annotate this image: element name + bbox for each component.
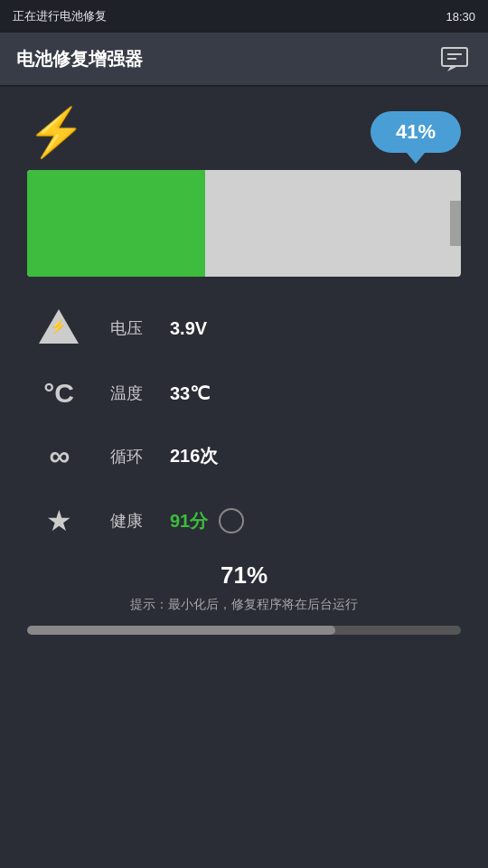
- temperature-value: 33℃: [170, 382, 210, 404]
- voltage-icon-cell: [27, 309, 90, 347]
- repair-hint: 提示：最小化后，修复程序将在后台运行: [27, 597, 461, 613]
- lightning-icon: ⚡: [27, 108, 86, 156]
- battery-tip: [450, 201, 461, 246]
- cycle-icon-cell: ∞: [27, 439, 90, 473]
- battery-bar: [27, 170, 461, 277]
- cycle-label: 循环: [90, 446, 163, 467]
- health-label: 健康: [90, 510, 163, 532]
- health-circle: [219, 508, 244, 533]
- app-header: 电池修复增强器: [0, 33, 488, 85]
- voltage-icon: [39, 309, 79, 344]
- temperature-label: 温度: [90, 382, 163, 404]
- repair-progress-fill: [27, 626, 335, 635]
- status-bar: 正在进行电池修复 18:30: [0, 0, 488, 33]
- battery-fill: [27, 170, 205, 277]
- repair-percent: 71%: [27, 561, 461, 590]
- cycle-value: 216次: [170, 444, 218, 468]
- repair-progress-bar: [27, 626, 461, 635]
- voltage-row: 电压 3.9V: [27, 302, 461, 354]
- app-title: 电池修复增强器: [16, 47, 143, 71]
- cycle-row: ∞ 循环 216次: [27, 432, 461, 480]
- star-icon: ★: [46, 504, 72, 538]
- health-value: 91分: [170, 509, 208, 533]
- message-icon-button[interactable]: [437, 42, 472, 76]
- battery-percent-bubble: 41%: [371, 111, 461, 153]
- temperature-row: °C 温度 33℃: [27, 371, 461, 416]
- voltage-value: 3.9V: [170, 318, 207, 339]
- voltage-label: 电压: [90, 317, 163, 339]
- health-icon-cell: ★: [27, 504, 90, 538]
- temperature-icon-cell: °C: [27, 378, 90, 409]
- celsius-icon: °C: [43, 378, 74, 409]
- infinity-icon: ∞: [50, 439, 69, 473]
- stats-section: 电压 3.9V °C 温度 33℃ ∞ 循环 216次 ★ 健康 91分: [27, 302, 461, 545]
- svg-rect-0: [442, 48, 467, 66]
- main-content: ⚡ 41% 电压 3.9V °C 温度 33℃: [0, 87, 488, 653]
- status-left-text: 正在进行电池修复: [13, 8, 107, 24]
- health-row: ★ 健康 91分: [27, 496, 461, 545]
- status-time: 18:30: [446, 10, 475, 24]
- battery-section: ⚡ 41%: [27, 108, 461, 156]
- repair-section: 71% 提示：最小化后，修复程序将在后台运行: [27, 561, 461, 635]
